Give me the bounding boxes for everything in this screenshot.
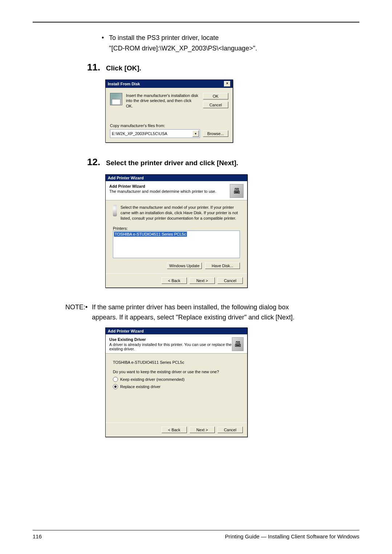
wizard-subheading: The manufacturer and model determine whi… (109, 189, 216, 194)
printer-small-icon (113, 205, 117, 216)
step-number: 11. (87, 62, 101, 73)
note-text: If the same printer driver has been inst… (92, 302, 316, 323)
dialog-title-text: Install From Disk (108, 82, 140, 86)
cancel-button[interactable]: Cancel (217, 427, 243, 433)
printer-list-item[interactable]: TOSHIBA e-STUDIO4511 Series PCL5c (114, 232, 187, 237)
wizard-heading: Add Printer Wizard (109, 184, 216, 188)
cancel-button[interactable]: Cancel (217, 277, 243, 284)
radio-label: Keep existing driver (recommended) (120, 377, 184, 382)
radio-label: Replace existing driver (120, 384, 160, 389)
dialog-titlebar: Add Printer Wizard (106, 328, 247, 334)
step-instruction: Select the printer driver and click [Nex… (106, 159, 238, 167)
radio-keep-existing[interactable]: Keep existing driver (recommended) (113, 377, 240, 382)
step-number: 12. (87, 156, 101, 168)
radio-icon (113, 384, 118, 389)
windows-update-button[interactable]: Windows Update (167, 262, 202, 269)
install-from-disk-dialog: Install From Disk × Insert the manufactu… (105, 80, 233, 143)
bullet-ps3-driver: • To install the PS3 printer driver, loc… (102, 33, 359, 54)
browse-button[interactable]: Browse... (203, 130, 228, 137)
next-button[interactable]: Next > (189, 277, 215, 284)
dialog-message: Insert the manufacturer's installation d… (126, 93, 199, 109)
step-11: 11. Click [OK]. (87, 62, 359, 73)
bullet-text-line2: "[CD-ROM drive]:\W2K_XP_2003\PS\<languag… (109, 45, 257, 52)
bullet-dot: • (102, 33, 104, 54)
bullet-dot: • (85, 302, 87, 323)
note-block: NOTE: • If the same printer driver has b… (65, 302, 316, 323)
driver-model-text: TOSHIBA e-STUDIO4511 Series PCL5c (113, 360, 240, 364)
next-button[interactable]: Next > (189, 427, 215, 433)
path-value: E:\W2K_XP_2003\PCL5C\USA (112, 131, 167, 136)
driver-question: Do you want to keep the existing driver … (113, 370, 240, 374)
radio-icon (113, 377, 118, 382)
cancel-button[interactable]: Cancel (203, 102, 228, 108)
footer-text: Printing Guide — Installing Client Softw… (225, 533, 359, 539)
dialog-titlebar: Add Printer Wizard (106, 175, 247, 181)
printers-listbox[interactable]: TOSHIBA e-STUDIO4511 Series PCL5c (113, 231, 240, 258)
printer-icon: 🖶 (230, 184, 244, 198)
path-combobox[interactable]: E:\W2K_XP_2003\PCL5C\USA ▼ (110, 129, 200, 138)
wizard-info-text: Select the manufacturer and model of you… (121, 205, 240, 221)
step-12: 12. Select the printer driver and click … (87, 156, 359, 168)
ok-button[interactable]: OK (203, 93, 228, 99)
note-label: NOTE: (65, 302, 85, 323)
page-number: 116 (33, 533, 42, 539)
page-footer: 116 Printing Guide — Installing Client S… (33, 530, 359, 539)
radio-replace-existing[interactable]: Replace existing driver (113, 384, 240, 389)
top-divider (33, 22, 359, 23)
chevron-down-icon[interactable]: ▼ (192, 130, 199, 137)
dialog-title-text: Add Printer Wizard (108, 329, 144, 333)
close-icon[interactable]: × (224, 81, 230, 87)
have-disk-button[interactable]: Have Disk... (205, 262, 240, 269)
bullet-text-line1: To install the PS3 printer driver, locat… (109, 34, 219, 41)
wizard-subheading: A driver is already installed for this p… (109, 342, 232, 351)
dialog-titlebar: Install From Disk × (106, 80, 233, 88)
step-instruction: Click [OK]. (106, 64, 141, 72)
use-existing-driver-dialog: Add Printer Wizard Use Existing Driver A… (105, 327, 248, 437)
dialog-title-text: Add Printer Wizard (108, 176, 144, 180)
printer-icon: 🖶 (232, 337, 244, 351)
floppy-disk-icon (110, 93, 122, 105)
wizard-heading: Use Existing Driver (109, 337, 232, 342)
add-printer-wizard-dialog: Add Printer Wizard Add Printer Wizard Th… (105, 174, 248, 288)
copy-from-label: Copy manufacturer's files from: (110, 123, 228, 128)
printers-label: Printers: (113, 226, 240, 231)
back-button[interactable]: < Back (162, 427, 187, 433)
back-button[interactable]: < Back (162, 277, 187, 284)
